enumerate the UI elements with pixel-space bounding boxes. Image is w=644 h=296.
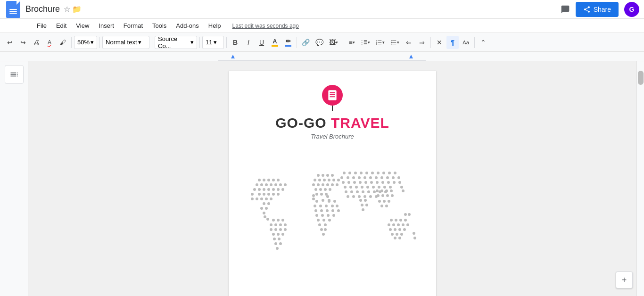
svg-point-8 [270, 183, 272, 186]
share-button[interactable]: Share [576, 2, 619, 17]
svg-point-200 [413, 232, 415, 235]
add-icon: + [622, 275, 627, 285]
svg-point-148 [383, 186, 386, 189]
numbered-list-button[interactable]: ▾ [373, 36, 387, 49]
divider-9 [474, 37, 475, 48]
clear-format-button[interactable]: ✕ [433, 36, 446, 49]
svg-point-191 [389, 228, 392, 231]
right-title-actions: Share G [561, 2, 639, 17]
svg-point-129 [397, 176, 400, 179]
font-family-value: Source Co... [158, 35, 190, 49]
menu-edit[interactable]: Edit [52, 20, 70, 31]
ruler-left-margin[interactable] [231, 55, 235, 58]
bold-button[interactable]: B [229, 36, 241, 49]
svg-point-5 [256, 183, 258, 186]
underline-button[interactable]: U [256, 36, 268, 49]
text-style-selector[interactable]: Normal text ▾ [102, 36, 149, 49]
paint-format-button[interactable]: 🖌 [57, 36, 69, 49]
paragraph-style-button[interactable]: Aa [460, 36, 472, 49]
svg-point-50 [281, 233, 284, 236]
text-color-button[interactable]: A [269, 36, 281, 49]
svg-point-151 [350, 190, 353, 193]
undo-button[interactable]: ↩ [4, 36, 16, 49]
svg-point-168 [377, 194, 380, 197]
menu-view[interactable]: View [72, 20, 93, 31]
svg-point-195 [391, 233, 394, 236]
svg-point-203 [408, 213, 411, 216]
svg-point-143 [355, 186, 358, 189]
right-scrollbar[interactable] [636, 61, 644, 296]
menu-help[interactable]: Help [205, 20, 225, 31]
doc-title[interactable]: Brochure [25, 4, 60, 14]
svg-point-65 [337, 179, 340, 181]
svg-point-177 [359, 199, 362, 202]
svg-point-118 [394, 172, 396, 174]
menu-file[interactable]: File [33, 20, 50, 31]
svg-point-71 [336, 183, 339, 186]
folder-icon[interactable]: 📁 [72, 5, 82, 14]
decrease-indent-button[interactable]: ⇐ [403, 36, 415, 49]
svg-point-49 [277, 233, 280, 236]
svg-point-189 [402, 223, 405, 226]
link-button[interactable]: 🔗 [299, 36, 312, 49]
svg-point-3 [272, 179, 275, 181]
svg-point-112 [360, 172, 363, 174]
svg-point-16 [272, 188, 275, 191]
svg-point-185 [404, 219, 407, 222]
increase-indent-button[interactable]: ⇒ [416, 36, 428, 49]
italic-button[interactable]: I [242, 36, 255, 49]
svg-point-126 [380, 176, 383, 179]
ruler-right-margin[interactable] [409, 55, 413, 58]
svg-point-64 [332, 179, 335, 181]
spelling-button[interactable]: A [43, 36, 56, 49]
divider-1 [71, 37, 72, 48]
comment-insert-button[interactable]: 💬 [313, 36, 326, 49]
menu-format[interactable]: Format [120, 20, 147, 31]
svg-point-173 [383, 200, 386, 203]
svg-point-133 [359, 181, 362, 184]
doc-page: GO-GO TRAVEL Travel Brochure .dot { fill… [229, 71, 436, 296]
font-family-selector[interactable]: Source Co... ▾ [155, 36, 197, 49]
svg-point-123 [363, 176, 366, 179]
star-icon[interactable]: ☆ [64, 5, 70, 14]
divider-6 [297, 37, 297, 48]
svg-point-110 [348, 172, 351, 174]
zoom-chevron: ▾ [91, 39, 94, 46]
menu-bar: File Edit View Insert Format Tools Add-o… [0, 19, 644, 33]
highlight-button[interactable]: ✏ [282, 36, 294, 49]
pin-circle [322, 85, 343, 106]
svg-point-42 [279, 223, 282, 226]
svg-point-53 [274, 242, 277, 245]
line-spacing-button[interactable]: ▾ [359, 36, 372, 49]
svg-point-76 [315, 193, 318, 196]
svg-point-142 [349, 186, 352, 189]
zoom-selector[interactable]: 50% ▾ [74, 36, 97, 49]
align-button[interactable]: ≡▾ [346, 36, 358, 49]
image-button[interactable]: 🖼▾ [327, 36, 340, 49]
svg-point-21 [267, 193, 270, 196]
font-size-selector[interactable]: 11 ▾ [202, 36, 224, 49]
redo-button[interactable]: ↪ [17, 36, 29, 49]
svg-point-97 [315, 214, 318, 217]
outline-button[interactable] [5, 65, 24, 84]
menu-addons[interactable]: Add-ons [172, 20, 202, 31]
svg-point-78 [325, 193, 328, 196]
svg-point-79 [312, 194, 315, 197]
svg-point-186 [388, 223, 390, 226]
scrollbar-thumb[interactable] [638, 71, 644, 85]
svg-point-114 [371, 172, 374, 174]
comments-button[interactable] [561, 5, 570, 14]
show-formatting-button[interactable]: ¶ [446, 36, 459, 49]
user-avatar[interactable]: G [624, 2, 639, 17]
menu-insert[interactable]: Insert [95, 20, 118, 31]
svg-point-1 [263, 179, 265, 181]
svg-point-87 [314, 205, 316, 207]
bulleted-list-button[interactable]: ▾ [388, 36, 402, 49]
svg-point-13 [258, 188, 261, 191]
svg-point-14 [263, 188, 265, 191]
menu-tools[interactable]: Tools [149, 20, 170, 31]
expand-toolbar-button[interactable]: ⌃ [477, 36, 489, 49]
svg-point-160 [358, 195, 361, 198]
add-page-button[interactable]: + [616, 271, 633, 288]
print-button[interactable]: 🖨 [30, 36, 42, 49]
